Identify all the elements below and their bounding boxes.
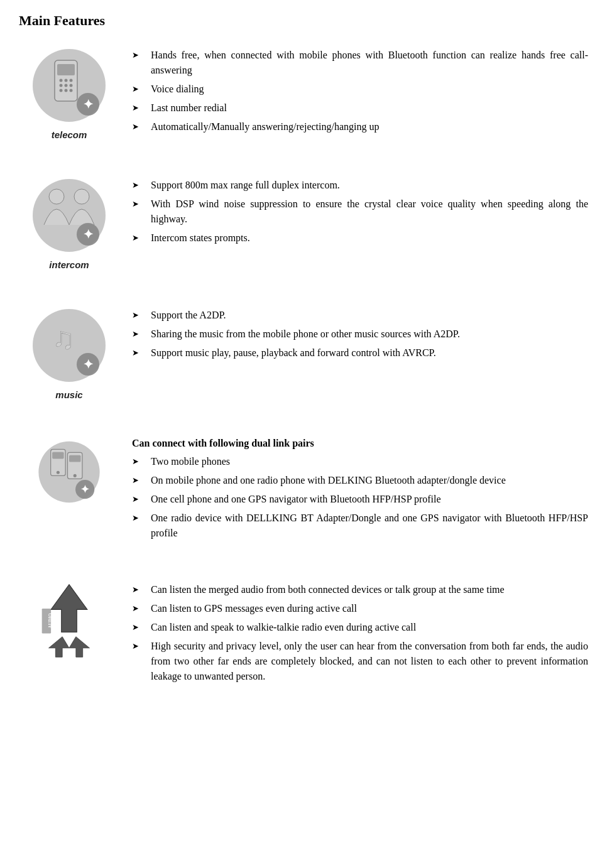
svg-text:♫: ♫ xyxy=(52,322,75,355)
svg-point-29 xyxy=(74,474,77,477)
svg-point-5 xyxy=(70,79,73,82)
intercom-section: ✦ intercom Support 800m max range full d… xyxy=(19,171,588,270)
svg-point-26 xyxy=(57,471,60,474)
svg-point-8 xyxy=(70,84,73,87)
svg-point-10 xyxy=(65,89,68,92)
svg-point-11 xyxy=(70,89,73,92)
svg-text:✦: ✦ xyxy=(83,97,94,111)
svg-marker-34 xyxy=(69,637,90,657)
svg-point-9 xyxy=(60,89,63,92)
list-item: Automatically/Manually answering/rejecti… xyxy=(132,119,588,134)
list-item: With DSP wind noise suppression to ensur… xyxy=(132,197,588,227)
svg-text:✦: ✦ xyxy=(83,357,94,371)
svg-marker-33 xyxy=(49,637,70,657)
audio-list: Can listen the merged audio from both co… xyxy=(132,582,588,684)
music-label: music xyxy=(55,389,82,400)
list-item: Support the A2DP. xyxy=(132,308,588,323)
dual-icon: ✦ xyxy=(28,438,110,519)
page-title: Main Features xyxy=(19,13,588,29)
list-item: Hands free, when connected with mobile p… xyxy=(132,48,588,78)
svg-marker-32 xyxy=(51,585,87,632)
telecom-section: ✦ telecom Hands free, when connected wit… xyxy=(19,41,588,140)
list-item: Voice dialing xyxy=(132,82,588,97)
svg-rect-25 xyxy=(52,452,63,459)
svg-text:AUDIO: AUDIO xyxy=(48,613,53,628)
list-item: One cell phone and one GPS navigator wit… xyxy=(132,492,588,507)
svg-point-4 xyxy=(65,79,68,82)
list-item: Support music play, pause, playback and … xyxy=(132,345,588,361)
music-list: Support the A2DP. Sharing the music from… xyxy=(132,308,588,361)
svg-point-3 xyxy=(60,79,63,82)
dual-list: Two mobile phones On mobile phone and on… xyxy=(132,454,588,541)
telecom-label: telecom xyxy=(52,129,87,140)
music-section: ♫ ✦ music Support the A2DP. Sharing the … xyxy=(19,301,588,400)
intercom-label: intercom xyxy=(49,259,89,270)
list-item: Can listen to GPS messages even during a… xyxy=(132,601,588,616)
audio-section: AUDIO Can listen the merged audio from b… xyxy=(19,576,588,688)
telecom-icon: ✦ xyxy=(28,48,110,129)
svg-point-16 xyxy=(74,189,89,204)
list-item: Support 800m max range full duplex inter… xyxy=(132,178,588,193)
intercom-content: Support 800m max range full duplex inter… xyxy=(119,171,588,249)
dual-icon-col: ✦ xyxy=(19,431,119,519)
dual-title: Can connect with following dual link pai… xyxy=(132,438,588,449)
intercom-icon: ✦ xyxy=(28,178,110,259)
telecom-content: Hands free, when connected with mobile p… xyxy=(119,41,588,138)
dual-section: ✦ Can connect with following dual link p… xyxy=(19,431,588,545)
audio-content: Can listen the merged audio from both co… xyxy=(119,576,588,688)
telecom-list: Hands free, when connected with mobile p… xyxy=(132,48,588,134)
intercom-icon-col: ✦ intercom xyxy=(19,171,119,270)
list-item: Intercom states prompts. xyxy=(132,231,588,246)
list-item: Sharing the music from the mobile phone … xyxy=(132,327,588,342)
svg-rect-28 xyxy=(69,455,80,462)
svg-text:✦: ✦ xyxy=(80,484,89,496)
list-item: Last number redial xyxy=(132,100,588,116)
list-item: Two mobile phones xyxy=(132,454,588,469)
svg-point-6 xyxy=(60,84,63,87)
list-item: On mobile phone and one radio phone with… xyxy=(132,473,588,488)
svg-point-15 xyxy=(49,189,64,204)
audio-icon: AUDIO xyxy=(28,582,110,664)
dual-content: Can connect with following dual link pai… xyxy=(119,431,588,545)
list-item: Can listen and speak to walkie-talkie ra… xyxy=(132,620,588,635)
svg-point-7 xyxy=(65,84,68,87)
telecom-icon-col: ✦ telecom xyxy=(19,41,119,140)
intercom-list: Support 800m max range full duplex inter… xyxy=(132,178,588,246)
music-icon-col: ♫ ✦ music xyxy=(19,301,119,400)
svg-rect-2 xyxy=(57,64,75,75)
svg-text:✦: ✦ xyxy=(83,227,94,241)
list-item: Can listen the merged audio from both co… xyxy=(132,582,588,597)
audio-icon-col: AUDIO xyxy=(19,576,119,664)
music-icon: ♫ ✦ xyxy=(28,308,110,389)
music-content: Support the A2DP. Sharing the music from… xyxy=(119,301,588,364)
list-item: High security and privacy level, only th… xyxy=(132,639,588,684)
list-item: One radio device with DELLKING BT Adapte… xyxy=(132,511,588,541)
